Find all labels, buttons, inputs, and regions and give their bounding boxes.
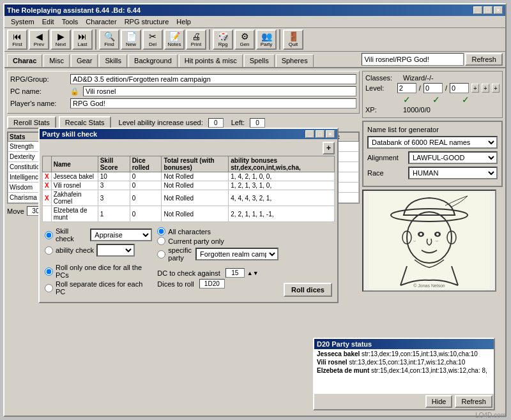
roll-sep-radio[interactable] xyxy=(45,284,53,292)
tab-skills[interactable]: Skills xyxy=(99,54,127,67)
left-input[interactable] xyxy=(250,118,265,128)
roll-dices-button[interactable]: Roll dices xyxy=(284,283,332,297)
tab-background[interactable]: Background xyxy=(128,54,178,67)
race-select[interactable]: HUMAN xyxy=(408,167,498,179)
toolbar-print[interactable]: 🖨 Print xyxy=(186,29,206,50)
pc-name-label: PC name: xyxy=(10,87,68,95)
ability-check-select[interactable] xyxy=(96,244,135,257)
menu-system[interactable]: System xyxy=(7,17,38,27)
party-check: X xyxy=(43,190,52,206)
gen-icon: ⚙ xyxy=(241,32,249,41)
party-name: Elzebeta de munt xyxy=(51,206,98,222)
current-party-label: Current party only xyxy=(168,237,224,245)
close-button[interactable]: × xyxy=(494,6,503,14)
toolbar: ⏮ First ◀ Prev ▶ Next ⏭ Last 🔍 Find 📄 Ne… xyxy=(4,28,505,52)
current-party-radio[interactable] xyxy=(157,237,165,245)
d20-hide-button[interactable]: Hide xyxy=(425,395,453,408)
toolbar-gen[interactable]: ⚙ Gen xyxy=(234,29,255,50)
menu-character[interactable]: Character xyxy=(82,17,120,27)
toolbar-prev[interactable]: ◀ Prev xyxy=(29,29,49,50)
tab-hitpoints[interactable]: Hit points & misc xyxy=(179,54,243,67)
toolbar-next[interactable]: ▶ Next xyxy=(50,29,71,50)
party-col-bonuses: ability bonuses str,dex,con,int,wis,cha, xyxy=(229,156,335,172)
d20-entry: Vili rosnel str:13,dex:15,con:13,int:17,… xyxy=(317,359,491,366)
dices-input[interactable] xyxy=(199,279,225,289)
reroll-stats-button[interactable]: Reroll Stats xyxy=(7,116,56,129)
tab-gear[interactable]: Gear xyxy=(71,54,98,67)
search-input[interactable] xyxy=(362,53,464,66)
pc-name-input[interactable] xyxy=(83,86,356,96)
toolbar-quit[interactable]: 🚪 Quit xyxy=(283,29,303,50)
all-chars-row: All characters xyxy=(157,227,278,236)
tab-misc[interactable]: Misc xyxy=(43,54,70,67)
databank-select[interactable]: Databank of 6000 REAL names xyxy=(367,136,498,149)
party-dialog-min[interactable]: _ xyxy=(305,130,314,138)
refresh-button[interactable]: Refresh xyxy=(465,53,503,66)
recalc-stats-button[interactable]: Recalc Stats xyxy=(59,116,111,129)
level-input-3[interactable] xyxy=(450,83,469,93)
dc-input[interactable] xyxy=(225,268,245,278)
party-dice: 0 xyxy=(130,181,162,190)
toolbar-rpg[interactable]: 🎲 Rpg xyxy=(213,29,233,50)
roll-separate-label: Roll separate dices for each PC xyxy=(56,280,152,296)
skill-check-row: Skill check Appraise xyxy=(45,227,152,243)
roll-one-radio[interactable] xyxy=(45,267,53,276)
dc-spin-up[interactable]: ▲▼ xyxy=(247,270,259,276)
party-col-name: Name xyxy=(51,156,98,172)
plus-btn-3[interactable]: + xyxy=(492,84,500,93)
toolbar-new[interactable]: 📄 New xyxy=(121,29,141,50)
alignment-select[interactable]: LAWFUL-GOOD xyxy=(408,151,498,164)
party-bonuses: 1, 4, 2, 1, 0, 0, xyxy=(229,172,335,181)
menu-tools[interactable]: Tools xyxy=(58,17,82,27)
specific-party-select[interactable]: Forgotten realm campaign xyxy=(195,248,278,260)
maximize-button[interactable]: □ xyxy=(484,6,492,14)
roll-one-label: Roll only one dice for all the PCs xyxy=(56,264,152,279)
alignment-row: Alignment LAWFUL-GOOD xyxy=(367,151,498,164)
menu-help[interactable]: Help xyxy=(172,17,195,27)
d20-refresh-button[interactable]: Refresh xyxy=(455,395,492,408)
alignment-label: Alignment xyxy=(367,154,406,161)
xp-row: XP: 1000/0/0 xyxy=(365,106,500,114)
quit-icon: 🚪 xyxy=(288,32,299,41)
tabs-bar: Charac Misc Gear Skills Background Hit p… xyxy=(7,54,362,67)
party-dialog-close[interactable]: × xyxy=(326,130,335,138)
specific-party-radio[interactable] xyxy=(157,250,165,259)
tab-spheres[interactable]: Spheres xyxy=(276,54,314,67)
d20-stats: str:15,dex:14,con:13,int:13,wis:12,cha: … xyxy=(371,367,487,374)
skill-radio[interactable] xyxy=(45,231,53,239)
plus-btn-1[interactable]: + xyxy=(471,84,479,93)
tab-charac[interactable]: Charac xyxy=(7,54,42,67)
toolbar-party[interactable]: 👥 Party xyxy=(256,29,277,50)
players-name-input[interactable] xyxy=(70,98,356,109)
tab-spells[interactable]: Spells xyxy=(244,54,275,67)
party-total: Not Rolled xyxy=(162,206,229,222)
watermark: LO4D.com xyxy=(475,412,506,419)
level-input-1[interactable] xyxy=(397,83,416,93)
party-dice: 0 xyxy=(130,190,162,206)
all-chars-radio[interactable] xyxy=(157,227,165,236)
toolbar-del[interactable]: ✂ Del xyxy=(142,29,163,50)
ability-check-label: ability check xyxy=(56,246,94,254)
skill-check-select[interactable]: Appraise xyxy=(90,229,152,241)
toolbar-find[interactable]: 🔍 Find xyxy=(99,29,119,50)
plus-btn-2[interactable]: + xyxy=(482,84,489,93)
roll-one-row: Roll only one dice for all the PCs xyxy=(45,264,152,279)
portrait-svg: © Jonas Nelson xyxy=(369,193,490,289)
menu-bar: System Edit Tools Character RPG structur… xyxy=(4,16,505,28)
level-input-2[interactable] xyxy=(423,83,443,93)
minimize-button[interactable]: _ xyxy=(473,6,482,14)
level-increase-input[interactable] xyxy=(208,118,224,128)
party-bonuses: 2, 2, 1, 1, 1, -1, xyxy=(229,206,335,222)
party-dialog-max[interactable]: □ xyxy=(316,130,324,138)
check-3: ✓ xyxy=(462,94,469,105)
party-add-button[interactable]: + xyxy=(323,142,335,154)
rpg-group-input[interactable] xyxy=(70,74,356,84)
toolbar-first[interactable]: ⏮ First xyxy=(7,29,27,50)
ng-title: Name list for generator xyxy=(367,126,498,133)
menu-rpg-structure[interactable]: RPG structure xyxy=(121,17,173,27)
d20-title: D20 Party status xyxy=(314,339,494,349)
toolbar-last[interactable]: ⏭ Last xyxy=(72,29,93,50)
menu-edit[interactable]: Edit xyxy=(38,17,58,27)
toolbar-notes[interactable]: 📝 Notes xyxy=(164,29,185,50)
ability-radio[interactable] xyxy=(45,246,53,255)
